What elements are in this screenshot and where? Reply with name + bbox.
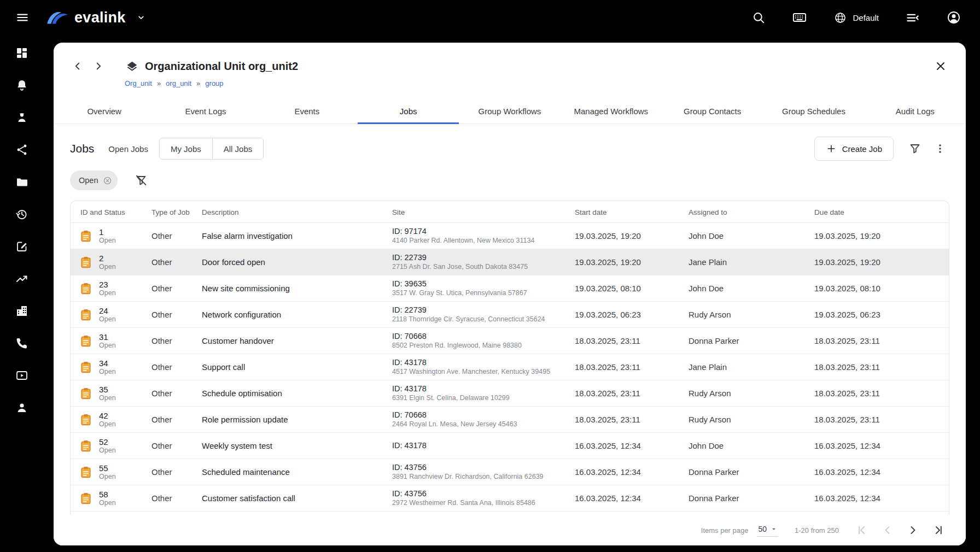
site-address: 3517 W. Gray St. Utica, Pennsylvania 578… <box>392 289 566 298</box>
globe-icon <box>833 11 847 25</box>
table-row[interactable]: 23 Open Other New site commissioning ID:… <box>71 275 949 302</box>
environment-switcher[interactable]: Default <box>831 9 881 27</box>
create-job-button[interactable]: Create Job <box>814 137 894 161</box>
items-per-page-label: Items per page <box>701 526 749 535</box>
hamburger-menu-icon[interactable] <box>13 8 32 27</box>
table-row[interactable]: 35 Open Other Schedule optimisation ID: … <box>71 380 949 407</box>
job-status: Open <box>99 499 116 507</box>
my-jobs-label: My Jobs <box>171 144 201 154</box>
tab-group-workflows[interactable]: Group Workflows <box>459 98 560 124</box>
tab-group-contacts[interactable]: Group Contacts <box>662 98 763 124</box>
breadcrumb-org-unit-root[interactable]: Org_unit <box>125 79 152 87</box>
open-jobs-toggle[interactable]: Open Jobs <box>102 139 155 159</box>
next-page-button[interactable] <box>905 522 921 538</box>
job-assigned-to: Rudy Arson <box>680 389 806 398</box>
job-assigned-to: John Doe <box>680 284 806 293</box>
back-chevron-icon[interactable] <box>70 58 85 74</box>
job-start-date: 18.03.2025, 23:11 <box>566 362 680 372</box>
share-nodes-icon[interactable] <box>11 143 33 157</box>
clear-filters-icon[interactable] <box>132 171 150 190</box>
task-edit-icon[interactable] <box>11 239 33 254</box>
breadcrumb-group[interactable]: group <box>205 79 223 87</box>
job-due-date: 19.03.2025, 08:10 <box>806 284 949 293</box>
forward-chevron-icon[interactable] <box>91 58 106 74</box>
create-job-label: Create Job <box>842 144 882 154</box>
table-header-row: ID and Status Type of Job Description Si… <box>71 201 949 223</box>
org-unit-panel: Organizational Unit org_unit2 Org_unit »… <box>54 43 966 545</box>
previous-page-button[interactable] <box>879 522 896 538</box>
evalink-swoosh-icon <box>45 9 70 26</box>
tab-label: Event Logs <box>185 107 226 116</box>
job-id: 42 <box>99 411 116 420</box>
kebab-menu-icon[interactable] <box>931 139 949 158</box>
chip-remove-icon[interactable] <box>102 175 113 186</box>
table-row[interactable]: 52 Open Other Weekly system test ID: 431… <box>71 433 949 459</box>
search-icon[interactable] <box>749 8 768 27</box>
plus-icon <box>826 143 837 154</box>
site-address: 3891 Ranchview Dr. Richardson, Californi… <box>392 473 566 481</box>
job-id: 55 <box>99 463 116 473</box>
breadcrumb-separator: » <box>157 79 161 87</box>
active-filter-chip[interactable]: Open <box>70 171 118 190</box>
job-status: Open <box>99 263 116 271</box>
column-header-type: Type of Job <box>143 201 193 223</box>
first-page-button[interactable] <box>854 522 871 538</box>
folder-icon[interactable] <box>11 175 33 189</box>
tab-label: Jobs <box>400 107 417 116</box>
my-jobs-toggle[interactable]: My Jobs <box>160 138 212 159</box>
dashboard-icon[interactable] <box>11 46 33 60</box>
job-clipboard-icon <box>80 466 91 478</box>
breadcrumb-org-unit[interactable]: org_unit <box>166 79 191 87</box>
job-status: Open <box>99 237 116 244</box>
table-row[interactable]: 55 Open Other Scheduled maintenance ID: … <box>71 459 949 485</box>
tab-jobs[interactable]: Jobs <box>358 98 459 124</box>
last-page-button[interactable] <box>930 522 946 538</box>
items-per-page-select[interactable]: 50 <box>757 524 778 537</box>
job-due-date: 19.03.2025, 06:23 <box>806 310 949 319</box>
technician-icon[interactable] <box>11 110 33 125</box>
filter-chip-label: Open <box>79 176 98 185</box>
tab-group-schedules[interactable]: Group Schedules <box>763 98 864 124</box>
menu-open-icon[interactable] <box>903 8 922 27</box>
table-row[interactable]: 42 Open Other Role permission update ID:… <box>71 407 949 433</box>
brand-chevron-down-icon[interactable] <box>133 10 149 25</box>
all-jobs-toggle[interactable]: All Jobs <box>212 138 264 159</box>
tab-managed-workflows[interactable]: Managed Workflows <box>561 98 662 124</box>
tab-events[interactable]: Events <box>256 98 358 124</box>
table-row[interactable]: 34 Open Other Support call ID: 43178 451… <box>71 354 949 380</box>
active-filters-row: Open <box>54 160 966 190</box>
media-display-icon[interactable] <box>11 368 33 383</box>
history-icon[interactable] <box>11 207 33 221</box>
job-assigned-to: Rudy Arson <box>680 310 806 319</box>
jobs-filter-group: My Jobs All Jobs <box>159 138 264 160</box>
keyboard-icon[interactable] <box>790 8 809 27</box>
job-assigned-to: Donna Parker <box>680 467 806 477</box>
site-address: 4140 Parker Rd. Allentown, New Mexico 31… <box>392 237 566 245</box>
site-id: ID: 70668 <box>392 410 566 420</box>
table-row[interactable]: 58 Open Other Customer satisfaction call… <box>71 485 949 512</box>
table-row[interactable]: 31 Open Other Customer handover ID: 7066… <box>71 328 949 354</box>
job-status: Open <box>99 447 116 454</box>
job-start-date: 19.03.2025, 08:10 <box>566 284 680 293</box>
open-jobs-label: Open Jobs <box>108 144 148 154</box>
alarms-bell-icon[interactable] <box>11 78 33 92</box>
close-icon[interactable] <box>932 57 949 75</box>
job-id: 35 <box>99 385 116 394</box>
trending-up-icon[interactable] <box>11 272 33 286</box>
filter-icon[interactable] <box>906 139 924 158</box>
brand-logo: evalink <box>45 9 149 26</box>
site-id: ID: 43756 <box>392 489 566 498</box>
table-row[interactable]: 1 Open Other False alarm investigation I… <box>71 223 949 249</box>
account-icon[interactable] <box>944 8 964 27</box>
person-icon[interactable] <box>11 401 33 415</box>
job-id: 2 <box>99 254 116 263</box>
table-body: 1 Open Other False alarm investigation I… <box>71 223 949 515</box>
tab-event-logs[interactable]: Event Logs <box>155 98 256 124</box>
company-building-icon[interactable] <box>11 304 33 318</box>
phone-icon[interactable] <box>11 336 33 350</box>
job-id: 1 <box>99 227 116 237</box>
table-row[interactable]: 2 Open Other Door forced open ID: 22739 … <box>71 249 949 275</box>
tab-audit-logs[interactable]: Audit Logs <box>865 98 966 124</box>
tab-overview[interactable]: Overview <box>54 98 155 124</box>
table-row[interactable]: 24 Open Other Network configuration ID: … <box>71 302 949 328</box>
